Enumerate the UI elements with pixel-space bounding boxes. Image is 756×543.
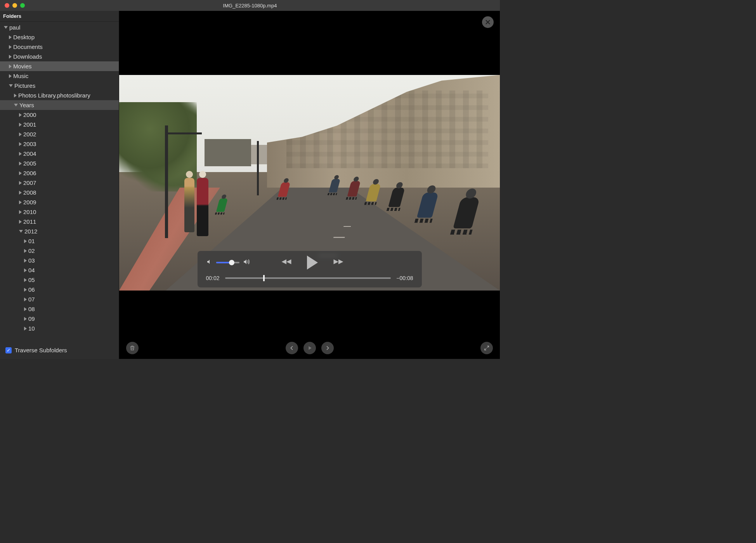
folder-label: 2006 [23, 170, 36, 176]
folder-row[interactable]: Years [0, 100, 119, 110]
disclosure-triangle-icon[interactable] [19, 132, 22, 136]
folder-row[interactable]: Movies [0, 61, 119, 71]
play-button[interactable] [307, 256, 318, 270]
folder-label: 04 [28, 267, 35, 273]
folder-row[interactable]: 2005 [0, 158, 119, 168]
folder-row[interactable]: Photos Library.photoslibrary [0, 90, 119, 100]
window-zoom-button[interactable] [20, 3, 25, 8]
folder-row[interactable]: 2001 [0, 120, 119, 129]
folder-label: 2009 [23, 199, 36, 205]
folder-row[interactable]: Documents [0, 42, 119, 52]
disclosure-triangle-icon[interactable] [24, 249, 27, 253]
disclosure-triangle-icon[interactable] [19, 142, 22, 146]
disclosure-triangle-icon[interactable] [19, 220, 22, 224]
fast-forward-button[interactable] [333, 258, 344, 267]
folder-label: 2001 [23, 121, 36, 128]
disclosure-triangle-icon[interactable] [19, 162, 22, 165]
folder-row[interactable]: 2011 [0, 217, 119, 226]
folder-row[interactable]: 2008 [0, 188, 119, 197]
disclosure-triangle-icon[interactable] [19, 152, 22, 156]
disclosure-triangle-icon[interactable] [24, 307, 27, 311]
fullscreen-button[interactable] [480, 342, 493, 354]
close-icon [484, 19, 491, 26]
folder-label: 2011 [23, 218, 36, 225]
volume-low-icon[interactable] [206, 259, 213, 266]
folder-label: 2012 [24, 228, 37, 235]
window-minimize-button[interactable] [12, 3, 17, 8]
sidebar-footer: ✓ Traverse Subfolders [0, 343, 119, 359]
folder-row[interactable]: 03 [0, 256, 119, 265]
disclosure-triangle-icon[interactable] [9, 45, 12, 49]
folder-row[interactable]: 2002 [0, 129, 119, 139]
folder-row[interactable]: 05 [0, 275, 119, 285]
trash-icon [129, 345, 135, 351]
disclosure-triangle-icon[interactable] [24, 278, 27, 282]
folder-label: Desktop [13, 34, 35, 40]
folder-row[interactable]: 2007 [0, 178, 119, 188]
folder-row[interactable]: 2012 [0, 226, 119, 236]
disclosure-triangle-icon[interactable] [19, 210, 22, 214]
disclosure-triangle-icon[interactable] [9, 35, 12, 39]
folder-row[interactable]: Music [0, 71, 119, 81]
disclosure-triangle-icon[interactable] [19, 230, 23, 233]
folder-label: 2004 [23, 150, 36, 157]
progress-scrubber[interactable] [225, 277, 391, 279]
expand-icon [484, 345, 490, 351]
folder-row[interactable]: 2003 [0, 139, 119, 149]
disclosure-triangle-icon[interactable] [24, 327, 27, 331]
folder-row[interactable]: 2004 [0, 149, 119, 158]
folder-row[interactable]: 2000 [0, 110, 119, 120]
disclosure-triangle-icon[interactable] [19, 181, 22, 185]
traverse-subfolders-checkbox[interactable]: ✓ [5, 347, 12, 353]
disclosure-triangle-icon[interactable] [24, 317, 27, 321]
play-toolbar-button[interactable] [303, 342, 316, 354]
disclosure-triangle-icon[interactable] [24, 239, 27, 243]
folder-row[interactable]: 09 [0, 314, 119, 324]
close-overlay-button[interactable] [482, 16, 494, 28]
volume-slider[interactable] [216, 262, 239, 263]
disclosure-triangle-icon[interactable] [24, 268, 27, 272]
disclosure-triangle-icon[interactable] [19, 123, 22, 127]
folder-label: 08 [28, 306, 35, 312]
disclosure-triangle-icon[interactable] [9, 64, 12, 68]
disclosure-triangle-icon[interactable] [9, 74, 12, 78]
folder-row[interactable]: paul [0, 23, 119, 32]
disclosure-triangle-icon[interactable] [24, 259, 27, 263]
folder-row[interactable]: 02 [0, 246, 119, 256]
folder-row[interactable]: 06 [0, 285, 119, 294]
folder-row[interactable]: 2009 [0, 197, 119, 207]
window-close-button[interactable] [5, 3, 9, 8]
folder-label: 01 [28, 238, 35, 244]
disclosure-triangle-icon[interactable] [19, 171, 22, 175]
folder-row[interactable]: 01 [0, 236, 119, 246]
disclosure-triangle-icon[interactable] [19, 113, 22, 117]
disclosure-triangle-icon[interactable] [19, 191, 22, 195]
volume-high-icon[interactable] [243, 258, 250, 267]
disclosure-triangle-icon[interactable] [14, 94, 17, 97]
folder-row[interactable]: Downloads [0, 52, 119, 61]
folder-label: 2010 [23, 209, 36, 215]
disclosure-triangle-icon[interactable] [4, 26, 8, 29]
folder-row[interactable]: 07 [0, 294, 119, 304]
video-controls: 00:02 −00:08 [198, 251, 422, 287]
rewind-button[interactable] [281, 258, 292, 267]
folder-row[interactable]: 08 [0, 304, 119, 314]
disclosure-triangle-icon[interactable] [24, 288, 27, 292]
folder-row[interactable]: Pictures [0, 81, 119, 90]
folder-row[interactable]: 2006 [0, 168, 119, 178]
folder-label: 03 [28, 257, 35, 264]
previous-item-button[interactable] [286, 342, 298, 354]
folder-row[interactable]: 2010 [0, 207, 119, 217]
next-item-button[interactable] [321, 342, 334, 354]
window-title: IMG_E2285-1080p.mp4 [223, 3, 277, 9]
folder-row[interactable]: 04 [0, 265, 119, 275]
disclosure-triangle-icon[interactable] [24, 298, 27, 301]
disclosure-triangle-icon[interactable] [14, 104, 18, 106]
folder-label: Years [19, 102, 34, 108]
disclosure-triangle-icon[interactable] [9, 84, 13, 87]
folder-row[interactable]: Desktop [0, 32, 119, 42]
disclosure-triangle-icon[interactable] [19, 200, 22, 204]
folder-row[interactable]: 10 [0, 324, 119, 333]
delete-button[interactable] [126, 342, 139, 354]
disclosure-triangle-icon[interactable] [9, 55, 12, 59]
